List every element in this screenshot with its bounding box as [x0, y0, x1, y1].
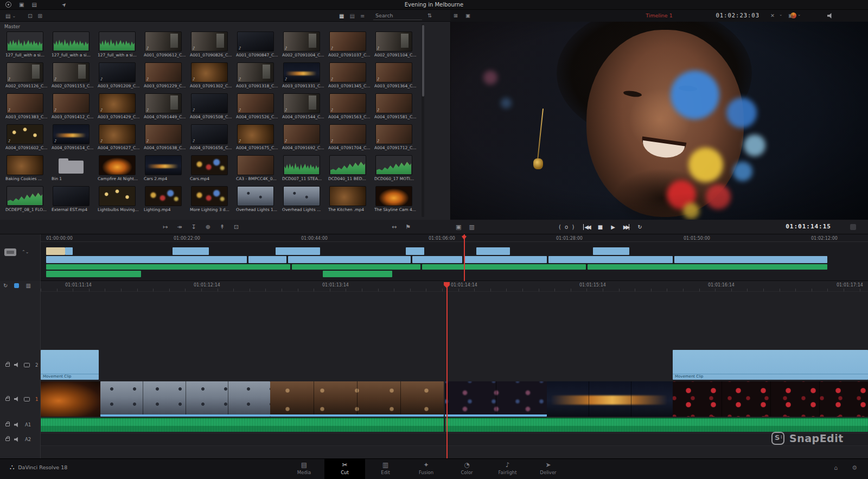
settings-gear-icon[interactable]: ⚙: [852, 464, 857, 471]
lock-icon[interactable]: [5, 398, 10, 401]
playhead[interactable]: [446, 282, 448, 458]
media-clip-thumbnail[interactable]: ♪: [191, 31, 228, 52]
timeline-option-1-icon[interactable]: ↔: [392, 223, 397, 231]
media-clip-thumbnail[interactable]: [329, 155, 366, 175]
timeline-clip-segment[interactable]: [406, 247, 424, 255]
track-height-chevrons-icon[interactable]: ⌃⌄: [22, 250, 29, 254]
media-clip-thumbnail[interactable]: [237, 155, 274, 175]
timeline-clip-segment[interactable]: [276, 247, 320, 255]
edit-tool-5-icon[interactable]: ↟: [220, 223, 225, 231]
media-clip-thumbnail[interactable]: ♪: [329, 62, 366, 82]
upper-timeline[interactable]: ⌃⌄ 01:00:00:0001:00:22:0001:00:44:0001:0…: [0, 234, 868, 281]
media-clip[interactable]: ♪A004_07091449_C...: [143, 91, 189, 122]
media-clip[interactable]: ♪A003_07091331_C...: [281, 60, 327, 91]
media-clip[interactable]: ♪A002_07091104_C...: [373, 29, 419, 60]
play-button[interactable]: ▶: [611, 224, 615, 230]
media-clip[interactable]: Overhead Lights 1...: [235, 184, 281, 215]
timeline-clip-segment[interactable]: [674, 256, 827, 263]
media-clip[interactable]: ♪A004_07091692_C...: [281, 122, 327, 153]
media-clip[interactable]: ♪A004_07091526_C...: [235, 91, 281, 122]
media-clip[interactable]: Lightbulbs Moving...: [97, 184, 143, 215]
timeline-clip-segment[interactable]: [422, 264, 586, 270]
media-clip[interactable]: ♪A001_07090826_C...: [189, 29, 235, 60]
media-clip-thumbnail[interactable]: [191, 186, 228, 206]
media-clip-thumbnail[interactable]: ♪: [329, 124, 366, 144]
list-view-icon[interactable]: ≡: [360, 13, 365, 19]
page-tab-color[interactable]: ◔Color: [446, 459, 487, 479]
page-tab-deliver[interactable]: ➤Deliver: [528, 459, 569, 479]
media-clip[interactable]: ♪A003_07091383_C...: [4, 91, 50, 122]
timeline-name-label[interactable]: Timeline 1: [450, 12, 868, 18]
timeline-clip-segment[interactable]: [292, 264, 420, 270]
media-clip-thumbnail[interactable]: [375, 186, 412, 206]
media-clip[interactable]: ♪A003_07091412_C...: [50, 91, 97, 122]
timeline-tools-icon[interactable]: ▥: [25, 283, 30, 289]
timeline-clip-segment[interactable]: [548, 256, 673, 263]
media-clip[interactable]: DCDEPT_08_1 FLO...: [4, 184, 50, 215]
media-clip[interactable]: ♪A002_07091037_C...: [327, 29, 373, 60]
media-clip-thumbnail[interactable]: ♪: [145, 124, 182, 144]
timeline-clip-segment[interactable]: [248, 256, 286, 263]
timeline-clip-segment[interactable]: [288, 256, 411, 263]
sync-icon[interactable]: ↻: [3, 283, 8, 289]
lock-icon[interactable]: [5, 423, 10, 426]
track-enable-icon[interactable]: [24, 397, 30, 401]
media-clip[interactable]: ♪A002_07091153_C...: [50, 60, 97, 91]
media-clip-thumbnail[interactable]: [7, 186, 43, 206]
media-clip[interactable]: ♪A004_07091675_C...: [235, 122, 281, 153]
go-to-start-button[interactable]: ◀◀: [583, 224, 589, 230]
media-clip-thumbnail[interactable]: [53, 31, 90, 52]
go-to-end-button[interactable]: ▶▶: [623, 224, 629, 230]
media-clip-thumbnail[interactable]: ♪: [283, 62, 320, 82]
timeline-clip-segment[interactable]: [476, 247, 510, 255]
media-clip-thumbnail[interactable]: ♪: [237, 93, 274, 113]
track-header-v2[interactable]: 2: [0, 350, 40, 380]
media-clip-thumbnail[interactable]: ♪: [375, 31, 412, 52]
lock-icon[interactable]: [5, 438, 10, 441]
edit-tool-6-icon[interactable]: ⊡: [234, 223, 239, 231]
media-clip[interactable]: ♪A004_07091614_C...: [50, 122, 97, 153]
media-clip[interactable]: ♪A003_07091302_C...: [189, 60, 235, 91]
media-clip-thumbnail[interactable]: [53, 186, 90, 206]
mute-icon[interactable]: [14, 397, 20, 401]
edit-tool-2-icon[interactable]: ↠: [177, 223, 182, 231]
edit-tool-1-icon[interactable]: ↦: [163, 223, 168, 231]
strip-view-icon[interactable]: ▤: [349, 13, 354, 19]
jog-control[interactable]: ( o ): [559, 224, 575, 230]
audio-meter-toggle-icon[interactable]: [850, 224, 856, 230]
timeline-clip-segment[interactable]: [588, 264, 827, 270]
viewer-transform-chevron-icon[interactable]: ⌄: [797, 12, 801, 17]
media-clip[interactable]: ♪A004_07091638_C...: [143, 122, 189, 153]
title-clip[interactable]: Movement Clip: [673, 350, 868, 380]
media-clip[interactable]: ♪A004_07091627_C...: [97, 122, 143, 153]
media-pool-scrollbar[interactable]: [422, 24, 424, 217]
timeline-clip-segment[interactable]: [464, 256, 547, 263]
media-clip-thumbnail[interactable]: [99, 155, 136, 175]
media-clip[interactable]: 127_full_with a si...: [4, 29, 50, 60]
media-clip-thumbnail[interactable]: ♪: [53, 93, 90, 113]
edit-tool-4-icon[interactable]: ⊕: [206, 223, 210, 231]
import-folder-icon[interactable]: ⊞: [38, 13, 42, 19]
media-clip[interactable]: Cars.mp4: [189, 153, 235, 184]
lower-timeline-ruler[interactable]: 01:01:11:1401:01:12:1401:01:13:1401:01:1…: [41, 281, 868, 292]
upper-timeline-tracks[interactable]: [41, 234, 868, 281]
media-clip[interactable]: ♪A004_07091544_C...: [281, 91, 327, 122]
bin-chevron-icon[interactable]: ⌄: [12, 14, 16, 18]
media-clip-thumbnail[interactable]: ♪: [237, 31, 274, 52]
media-clip-thumbnail[interactable]: ♪: [7, 93, 43, 113]
timeline-clip-segment[interactable]: [323, 271, 392, 277]
media-clip[interactable]: ♪A004_07091563_C...: [327, 91, 373, 122]
stop-button[interactable]: ■: [598, 224, 603, 230]
timeline-clip-segment[interactable]: [412, 256, 462, 263]
media-clip-thumbnail[interactable]: ♪: [375, 62, 412, 82]
media-clip-thumbnail[interactable]: [145, 155, 182, 175]
page-tab-media[interactable]: ▤Media: [284, 459, 324, 479]
media-clip[interactable]: ♪A004_07091704_C...: [327, 122, 373, 153]
media-clip[interactable]: Overhead Lights ...: [281, 184, 327, 215]
media-clip[interactable]: ♪A001_07090612_C...: [143, 29, 189, 60]
video-clip[interactable]: [445, 381, 547, 417]
media-clip[interactable]: Cars 2.mp4: [143, 153, 189, 184]
media-clip-thumbnail[interactable]: ♪: [99, 62, 136, 82]
media-clip[interactable]: ♪A002_07091004_C...: [281, 29, 327, 60]
media-clip-thumbnail[interactable]: [375, 155, 412, 175]
